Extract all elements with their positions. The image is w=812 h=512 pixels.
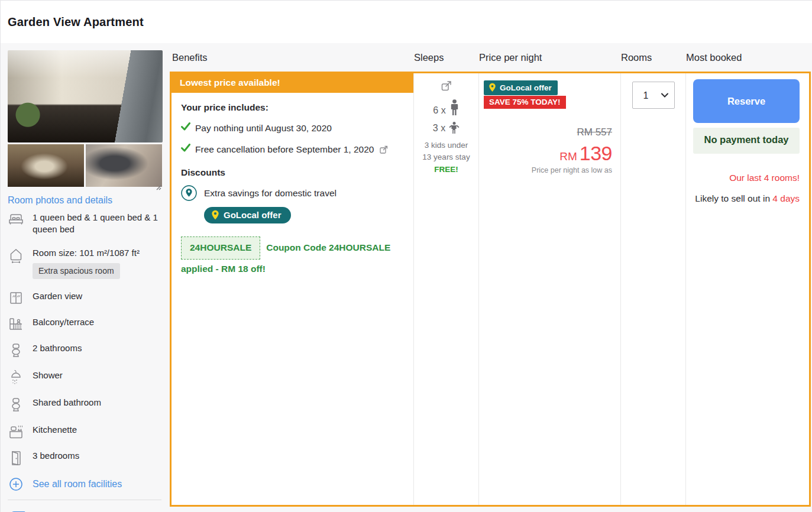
- resize-handle-icon[interactable]: [154, 183, 161, 190]
- check-icon: [181, 122, 195, 135]
- discount-item: Extra savings for domestic travel: [181, 185, 404, 201]
- golocal-badge-label: GoLocal offer: [500, 83, 552, 92]
- offer-row: Lowest price available! Your price inclu…: [170, 72, 811, 507]
- room-row-section: Room photos and details 1 queen bed & 1 …: [1, 43, 812, 512]
- sleeps-cell: 6 x 3 x 3 kids und: [414, 73, 479, 505]
- plus-circle-icon: [8, 477, 24, 491]
- original-price: RM 557: [484, 127, 612, 138]
- column-header-price: Price per night: [477, 52, 619, 63]
- pin-icon: [211, 210, 219, 220]
- no-payment-box: No payment today: [693, 128, 800, 154]
- extra-spacious-badge: Extra spacious room: [33, 263, 120, 279]
- window-icon: [8, 291, 24, 305]
- room-photo-thumb-1[interactable]: [8, 144, 84, 187]
- room-photo-thumb-2[interactable]: [86, 144, 162, 187]
- room-info-sidebar: Room photos and details 1 queen bed & 1 …: [1, 43, 170, 512]
- benefit-item-pay-nothing: Pay nothing until August 30, 2020: [181, 121, 404, 135]
- feature-bathrooms: 2 bathrooms: [8, 342, 163, 358]
- toilet-icon: [8, 343, 24, 358]
- sellout-prefix: Likely to sell out in: [695, 193, 772, 203]
- feature-shared-bathroom: Shared bathroom: [8, 397, 163, 413]
- golocal-offer-badge: GoLocal offer: [484, 80, 558, 95]
- rating-badge: 8.2: [8, 510, 35, 512]
- benefit-text: Pay nothing until August 30, 2020: [195, 121, 332, 135]
- price-amount: 139: [580, 142, 612, 164]
- feature-shower: Shower: [8, 370, 163, 385]
- child-icon: [449, 122, 460, 134]
- discount-text: Extra savings for domestic travel: [204, 188, 337, 199]
- column-header-benefits: Benefits: [170, 52, 412, 63]
- external-link-icon: [380, 145, 388, 154]
- rooms-select[interactable]: 1: [632, 82, 675, 109]
- adult-icon: [449, 99, 460, 116]
- sellout-note: Likely to sell out in 4 days: [693, 192, 800, 205]
- lowest-price-banner: Lowest price available!: [172, 73, 413, 93]
- feature-label: Shared bathroom: [33, 397, 101, 409]
- adults-count: 6 x: [433, 105, 445, 116]
- balcony-icon: [8, 317, 24, 331]
- feature-garden-view: Garden view: [8, 290, 163, 305]
- sidebar-divider: [8, 500, 161, 500]
- pin-icon: [489, 83, 496, 92]
- price-includes-title: Your price includes:: [181, 102, 404, 113]
- currency-label: RM: [559, 150, 577, 163]
- see-all-facilities-label: See all room facilities: [33, 479, 122, 490]
- sellout-days: 4 days: [772, 193, 800, 203]
- price-cell: GoLocal offer SAVE 75% TODAY! RM 557 RM1…: [479, 73, 621, 505]
- shower-icon: [8, 370, 24, 385]
- occupancy-popup-icon[interactable]: [441, 80, 452, 91]
- room-photo-main[interactable]: [8, 50, 163, 142]
- feature-label: Garden view: [33, 290, 82, 302]
- price-note: Price per night as low as: [484, 166, 612, 174]
- feature-bedrooms: 3 bedrooms: [8, 450, 163, 466]
- door-icon: [8, 451, 24, 466]
- room-size-icon: [8, 248, 24, 263]
- column-header-sleeps: Sleeps: [412, 52, 477, 63]
- column-header-most-booked: Most booked: [684, 52, 811, 63]
- most-booked-cell: Reserve No payment today Our last 4 room…: [686, 73, 809, 505]
- benefit-item-free-cancellation[interactable]: Free cancellation before September 1, 20…: [181, 142, 404, 157]
- room-offer-table: Benefits Sleeps Price per night Rooms Mo…: [170, 43, 812, 512]
- feature-label: Room size: 101 m²/1087 ft² Extra spaciou…: [33, 247, 140, 279]
- feature-kitchenette: Kitchenette: [8, 424, 163, 439]
- room-photo-thumbnails: [8, 144, 163, 187]
- column-header-rooms: Rooms: [619, 52, 684, 63]
- feature-label: Balcony/terrace: [33, 316, 94, 328]
- room-size-text: Room size: 101 m²/1087 ft²: [33, 248, 140, 258]
- kitchenette-icon: [8, 424, 24, 439]
- reserve-button[interactable]: Reserve: [693, 79, 800, 123]
- kids-free-note: 3 kids under 13 years stay: [419, 140, 474, 164]
- see-all-facilities-link[interactable]: See all room facilities: [8, 477, 163, 491]
- location-pin-circle-icon: [181, 185, 197, 201]
- page-header: Garden View Apartment: [1, 1, 812, 43]
- golocal-offer-label: GoLocal offer: [224, 210, 282, 220]
- bed-icon: [8, 212, 24, 226]
- feature-label: Shower: [33, 370, 63, 381]
- coupon-applied-message: 24HOURSALECoupon Code 24HOURSALE applied…: [181, 236, 404, 278]
- check-icon: [181, 144, 195, 157]
- kids-count-row: 3 x: [414, 122, 478, 134]
- feature-label: Kitchenette: [33, 424, 77, 436]
- toilet-icon: [8, 397, 24, 413]
- kids-count: 3 x: [433, 123, 445, 134]
- room-listing-card: Garden View Apartment Room photos and de…: [0, 0, 812, 512]
- page-title: Garden View Apartment: [8, 15, 144, 29]
- coupon-code-tag: 24HOURSALE: [181, 236, 260, 260]
- benefits-cell: Lowest price available! Your price inclu…: [172, 73, 414, 505]
- rating-row: 8.2 Excellent: [8, 510, 163, 512]
- current-price: RM139: [484, 142, 612, 165]
- last-rooms-warning: Our last 4 rooms!: [693, 173, 800, 183]
- adults-count-row: 6 x: [414, 99, 478, 116]
- feature-beds: 1 queen bed & 1 queen bed & 1 queen bed: [8, 212, 163, 236]
- feature-balcony: Balcony/terrace: [8, 316, 163, 331]
- golocal-offer-pill: GoLocal offer: [204, 207, 291, 223]
- free-label: FREE!: [414, 165, 478, 174]
- room-photos-details-link[interactable]: Room photos and details: [8, 195, 112, 206]
- feature-room-size: Room size: 101 m²/1087 ft² Extra spaciou…: [8, 247, 163, 279]
- feature-label: 1 queen bed & 1 queen bed & 1 queen bed: [33, 212, 163, 236]
- rooms-cell: 1: [621, 73, 686, 505]
- save-today-badge: SAVE 75% TODAY!: [484, 96, 566, 109]
- discounts-title: Discounts: [181, 167, 404, 178]
- table-header-row: Benefits Sleeps Price per night Rooms Mo…: [170, 43, 811, 72]
- feature-label: 2 bathrooms: [33, 342, 82, 354]
